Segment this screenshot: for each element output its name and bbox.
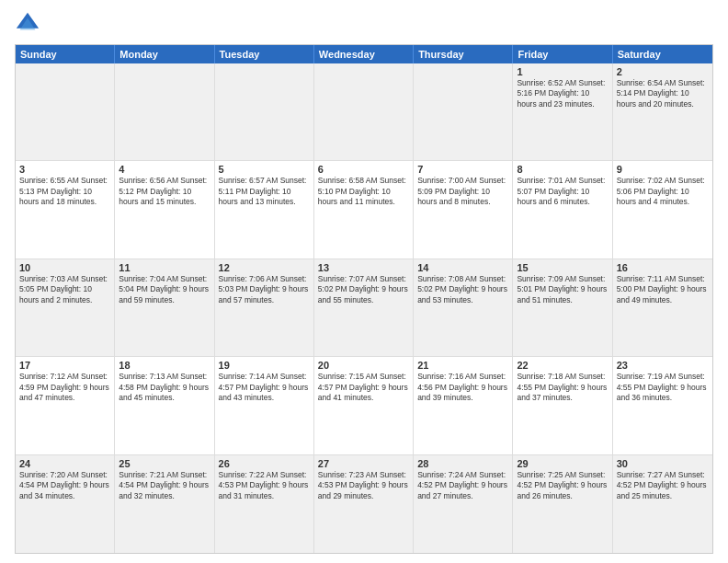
day-cell-26: 26Sunrise: 7:22 AM Sunset: 4:53 PM Dayli… <box>215 455 314 553</box>
day-detail: Sunrise: 7:20 AM Sunset: 4:54 PM Dayligh… <box>19 470 110 501</box>
day-number: 27 <box>318 458 409 469</box>
empty-cell-0-3 <box>314 63 414 160</box>
day-detail: Sunrise: 7:23 AM Sunset: 4:53 PM Dayligh… <box>318 470 409 501</box>
day-number: 15 <box>517 262 608 273</box>
day-number: 20 <box>318 360 409 371</box>
header-cell-monday: Monday <box>115 45 214 63</box>
day-cell-20: 20Sunrise: 7:15 AM Sunset: 4:57 PM Dayli… <box>314 357 414 454</box>
day-number: 23 <box>617 360 709 371</box>
calendar: SundayMondayTuesdayWednesdayThursdayFrid… <box>15 44 713 554</box>
day-number: 11 <box>119 262 210 273</box>
empty-cell-0-0 <box>16 63 115 160</box>
day-number: 9 <box>617 164 709 175</box>
day-cell-9: 9Sunrise: 7:02 AM Sunset: 5:06 PM Daylig… <box>613 161 712 258</box>
day-detail: Sunrise: 6:58 AM Sunset: 5:10 PM Dayligh… <box>318 176 409 207</box>
calendar-header: SundayMondayTuesdayWednesdayThursdayFrid… <box>16 45 712 63</box>
header-cell-friday: Friday <box>513 45 612 63</box>
day-cell-21: 21Sunrise: 7:16 AM Sunset: 4:56 PM Dayli… <box>414 357 513 454</box>
day-number: 29 <box>517 458 608 469</box>
logo <box>15 11 44 37</box>
day-detail: Sunrise: 7:09 AM Sunset: 5:01 PM Dayligh… <box>517 274 608 305</box>
day-detail: Sunrise: 7:13 AM Sunset: 4:58 PM Dayligh… <box>119 372 210 403</box>
day-detail: Sunrise: 7:02 AM Sunset: 5:06 PM Dayligh… <box>617 176 709 207</box>
day-number: 21 <box>417 360 508 371</box>
day-number: 28 <box>417 458 508 469</box>
day-number: 1 <box>517 66 608 77</box>
day-cell-2: 2Sunrise: 6:54 AM Sunset: 5:14 PM Daylig… <box>613 63 712 160</box>
day-detail: Sunrise: 7:22 AM Sunset: 4:53 PM Dayligh… <box>219 470 310 501</box>
day-detail: Sunrise: 7:03 AM Sunset: 5:05 PM Dayligh… <box>19 274 110 305</box>
day-cell-4: 4Sunrise: 6:56 AM Sunset: 5:12 PM Daylig… <box>115 161 214 258</box>
day-number: 2 <box>617 66 709 77</box>
day-cell-3: 3Sunrise: 6:55 AM Sunset: 5:13 PM Daylig… <box>16 161 115 258</box>
day-cell-19: 19Sunrise: 7:14 AM Sunset: 4:57 PM Dayli… <box>215 357 314 454</box>
day-detail: Sunrise: 7:01 AM Sunset: 5:07 PM Dayligh… <box>517 176 608 207</box>
day-number: 30 <box>617 458 709 469</box>
cal-row-0: 1Sunrise: 6:52 AM Sunset: 5:16 PM Daylig… <box>16 63 712 161</box>
empty-cell-0-4 <box>414 63 513 160</box>
day-cell-12: 12Sunrise: 7:06 AM Sunset: 5:03 PM Dayli… <box>215 259 314 356</box>
day-cell-17: 17Sunrise: 7:12 AM Sunset: 4:59 PM Dayli… <box>16 357 115 454</box>
day-cell-14: 14Sunrise: 7:08 AM Sunset: 5:02 PM Dayli… <box>414 259 513 356</box>
day-detail: Sunrise: 7:14 AM Sunset: 4:57 PM Dayligh… <box>219 372 310 403</box>
page: SundayMondayTuesdayWednesdayThursdayFrid… <box>0 0 728 563</box>
calendar-body: 1Sunrise: 6:52 AM Sunset: 5:16 PM Daylig… <box>16 63 712 553</box>
day-detail: Sunrise: 7:07 AM Sunset: 5:02 PM Dayligh… <box>318 274 409 305</box>
day-number: 3 <box>19 164 110 175</box>
day-number: 18 <box>119 360 210 371</box>
day-cell-15: 15Sunrise: 7:09 AM Sunset: 5:01 PM Dayli… <box>513 259 612 356</box>
day-cell-8: 8Sunrise: 7:01 AM Sunset: 5:07 PM Daylig… <box>513 161 612 258</box>
day-number: 6 <box>318 164 409 175</box>
day-cell-1: 1Sunrise: 6:52 AM Sunset: 5:16 PM Daylig… <box>513 63 612 160</box>
day-number: 25 <box>119 458 210 469</box>
day-number: 14 <box>417 262 508 273</box>
day-cell-10: 10Sunrise: 7:03 AM Sunset: 5:05 PM Dayli… <box>16 259 115 356</box>
day-detail: Sunrise: 7:21 AM Sunset: 4:54 PM Dayligh… <box>119 470 210 501</box>
logo-icon <box>15 11 40 37</box>
day-detail: Sunrise: 6:56 AM Sunset: 5:12 PM Dayligh… <box>119 176 210 207</box>
day-cell-16: 16Sunrise: 7:11 AM Sunset: 5:00 PM Dayli… <box>613 259 712 356</box>
day-cell-7: 7Sunrise: 7:00 AM Sunset: 5:09 PM Daylig… <box>414 161 513 258</box>
header-cell-wednesday: Wednesday <box>314 45 414 63</box>
day-cell-30: 30Sunrise: 7:27 AM Sunset: 4:52 PM Dayli… <box>613 455 712 553</box>
day-number: 19 <box>219 360 310 371</box>
day-detail: Sunrise: 7:06 AM Sunset: 5:03 PM Dayligh… <box>219 274 310 305</box>
day-cell-13: 13Sunrise: 7:07 AM Sunset: 5:02 PM Dayli… <box>314 259 414 356</box>
day-cell-5: 5Sunrise: 6:57 AM Sunset: 5:11 PM Daylig… <box>215 161 314 258</box>
cal-row-3: 17Sunrise: 7:12 AM Sunset: 4:59 PM Dayli… <box>16 357 712 454</box>
day-number: 7 <box>417 164 508 175</box>
day-cell-27: 27Sunrise: 7:23 AM Sunset: 4:53 PM Dayli… <box>314 455 414 553</box>
day-number: 10 <box>19 262 110 273</box>
day-number: 17 <box>19 360 110 371</box>
day-detail: Sunrise: 7:04 AM Sunset: 5:04 PM Dayligh… <box>119 274 210 305</box>
cal-row-2: 10Sunrise: 7:03 AM Sunset: 5:05 PM Dayli… <box>16 259 712 357</box>
day-number: 12 <box>219 262 310 273</box>
day-number: 5 <box>219 164 310 175</box>
day-detail: Sunrise: 7:12 AM Sunset: 4:59 PM Dayligh… <box>19 372 110 403</box>
day-detail: Sunrise: 6:57 AM Sunset: 5:11 PM Dayligh… <box>219 176 310 207</box>
empty-cell-0-1 <box>115 63 214 160</box>
day-number: 24 <box>19 458 110 469</box>
day-cell-18: 18Sunrise: 7:13 AM Sunset: 4:58 PM Dayli… <box>115 357 214 454</box>
day-cell-29: 29Sunrise: 7:25 AM Sunset: 4:52 PM Dayli… <box>513 455 612 553</box>
day-detail: Sunrise: 7:08 AM Sunset: 5:02 PM Dayligh… <box>417 274 508 305</box>
day-detail: Sunrise: 7:24 AM Sunset: 4:52 PM Dayligh… <box>417 470 508 501</box>
header-cell-thursday: Thursday <box>414 45 513 63</box>
cal-row-4: 24Sunrise: 7:20 AM Sunset: 4:54 PM Dayli… <box>16 455 712 553</box>
day-cell-24: 24Sunrise: 7:20 AM Sunset: 4:54 PM Dayli… <box>16 455 115 553</box>
day-detail: Sunrise: 7:15 AM Sunset: 4:57 PM Dayligh… <box>318 372 409 403</box>
empty-cell-0-2 <box>215 63 314 160</box>
day-detail: Sunrise: 7:11 AM Sunset: 5:00 PM Dayligh… <box>617 274 709 305</box>
day-cell-11: 11Sunrise: 7:04 AM Sunset: 5:04 PM Dayli… <box>115 259 214 356</box>
day-number: 8 <box>517 164 608 175</box>
day-number: 4 <box>119 164 210 175</box>
day-cell-22: 22Sunrise: 7:18 AM Sunset: 4:55 PM Dayli… <box>513 357 612 454</box>
day-number: 16 <box>617 262 709 273</box>
day-number: 26 <box>219 458 310 469</box>
day-detail: Sunrise: 6:52 AM Sunset: 5:16 PM Dayligh… <box>517 78 608 109</box>
header-cell-saturday: Saturday <box>613 45 712 63</box>
day-cell-6: 6Sunrise: 6:58 AM Sunset: 5:10 PM Daylig… <box>314 161 414 258</box>
day-detail: Sunrise: 6:54 AM Sunset: 5:14 PM Dayligh… <box>617 78 709 109</box>
cal-row-1: 3Sunrise: 6:55 AM Sunset: 5:13 PM Daylig… <box>16 161 712 259</box>
header <box>15 11 713 37</box>
